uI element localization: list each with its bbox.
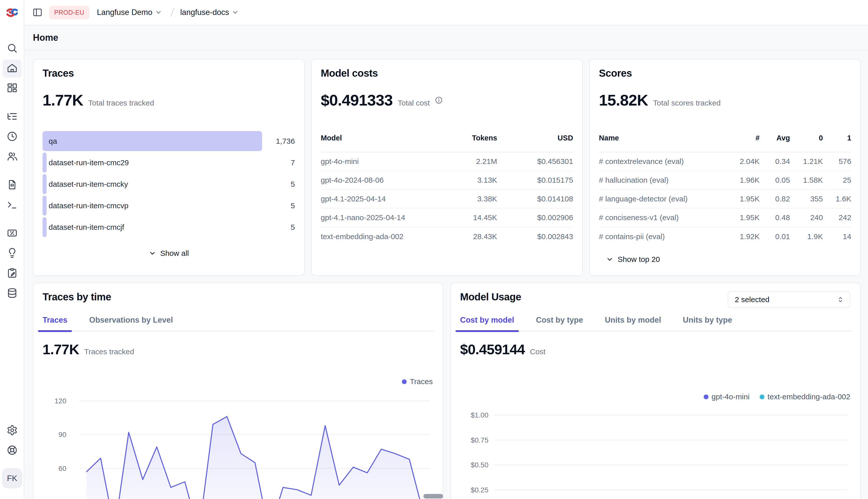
project-switcher[interactable]: langfuse-docs — [180, 8, 239, 17]
bar-value: 1,736 — [262, 137, 295, 146]
scores-total-caption: Total scores tracked — [653, 99, 721, 107]
sidebar-item-evaluation[interactable] — [2, 224, 22, 243]
scores-table: Name # Avg 0 1 # contextrelevance (eval)… — [599, 134, 851, 246]
traces-total-caption: Total traces tracked — [88, 99, 154, 107]
chevron-down-icon — [232, 9, 239, 16]
tab-traces[interactable]: Traces — [43, 316, 67, 331]
chevron-down-icon — [155, 9, 162, 16]
sidebar-nav — [0, 39, 24, 304]
settings-button[interactable] — [2, 422, 22, 440]
main-content: Traces 1.77K Total traces tracked qa 1,7… — [24, 51, 868, 499]
sidebar-item-prompts[interactable] — [2, 176, 22, 194]
chevron-down-icon — [148, 250, 156, 257]
table-row: # contains-pii (eval)1.92K0.011.9K14 — [599, 227, 851, 246]
table-row: # language-detector (eval)1.95K0.823551.… — [599, 190, 851, 208]
support-lifebuoy-icon — [7, 445, 18, 457]
tab-observations-by-level[interactable]: Observations by Level — [89, 316, 173, 331]
legend-dot-traces — [402, 379, 407, 384]
model-costs-card-title: Model costs — [321, 67, 573, 79]
traces-by-time-chart-svg: 120906030 — [43, 390, 435, 499]
sidebar-toggle-button[interactable] — [33, 7, 43, 17]
prompts-file-icon — [7, 179, 18, 191]
playground-terminal-icon — [7, 199, 18, 211]
trace-bar-row: qa 1,736 — [43, 130, 295, 152]
org-name: Langfuse Demo — [97, 8, 152, 17]
bar-value: 7 — [262, 158, 295, 167]
page-title: Home — [33, 33, 58, 43]
scores-total: 15.82K — [599, 90, 648, 110]
show-top-20-button[interactable]: Show top 20 — [599, 255, 851, 264]
sidebar-item-search[interactable] — [2, 39, 22, 58]
project-name: langfuse-docs — [180, 8, 229, 17]
trace-bar-row: dataset-run-item-cmcvp 5 — [43, 195, 295, 216]
table-row: gpt-4.1-2025-04-143.38K$0.014108 — [321, 190, 573, 208]
settings-gear-icon — [7, 425, 18, 437]
table-row: gpt-4.1-nano-2025-04-1414.45K$0.002906 — [321, 208, 573, 227]
svg-text:$0.25: $0.25 — [471, 486, 488, 494]
sidebar-item-playground[interactable] — [2, 196, 22, 214]
sidebar-item-users[interactable] — [2, 148, 22, 166]
panel-left-icon — [33, 7, 43, 17]
show-all-button[interactable]: Show all — [43, 249, 295, 258]
table-row: # contextrelevance (eval)2.04K0.341.21K5… — [599, 152, 851, 171]
traces-card: Traces 1.77K Total traces tracked qa 1,7… — [33, 59, 305, 276]
chevron-down-icon — [606, 256, 614, 263]
table-row: text-embedding-ada-00228.43K$0.002843 — [321, 227, 573, 246]
chevrons-up-down-icon — [836, 296, 844, 303]
sidebar-item-home[interactable] — [2, 60, 22, 78]
trace-bar-row: dataset-run-item-cmcjf 5 — [43, 216, 295, 238]
bar-label: dataset-run-item-cmc29 — [49, 158, 129, 167]
model-select-dropdown[interactable]: 2 selected — [728, 291, 850, 308]
tab-units-by-type[interactable]: Units by type — [683, 316, 732, 331]
sidebar: FK — [0, 0, 24, 499]
svg-text:$0.75: $0.75 — [471, 436, 488, 444]
sidebar-item-insights[interactable] — [2, 244, 22, 263]
table-header: Model Tokens USD — [321, 134, 573, 152]
home-icon — [7, 62, 18, 75]
info-icon[interactable] — [435, 96, 443, 104]
user-avatar[interactable]: FK — [2, 468, 22, 488]
model-costs-total: $0.491333 — [321, 90, 393, 110]
users-icon — [7, 151, 18, 163]
tab-units-by-model[interactable]: Units by model — [605, 316, 661, 331]
svg-text:60: 60 — [59, 465, 66, 472]
support-button[interactable] — [2, 441, 22, 460]
tab-cost-by-type[interactable]: Cost by type — [536, 316, 583, 331]
table-row: # hallucination (eval)1.96K0.051.58K25 — [599, 171, 851, 190]
sidebar-item-sessions[interactable] — [2, 128, 22, 146]
legend-item: Traces — [402, 377, 433, 386]
model-costs-table: Model Tokens USD gpt-4o-mini2.21M$0.4563… — [321, 134, 573, 246]
evals-percent-icon — [7, 228, 18, 240]
trace-bar-row: dataset-run-item-cmc29 7 — [43, 152, 295, 173]
bar-label: dataset-run-item-cmcky — [49, 180, 128, 188]
traces-card-title: Traces — [43, 67, 295, 79]
environment-badge[interactable]: PROD-EU — [49, 6, 90, 19]
table-row: gpt-4o-2024-08-063.13K$0.015175 — [321, 171, 573, 190]
traces-chart-legend: Traces — [402, 377, 433, 386]
table-row: # conciseness-v1 (eval)1.95K0.48240242 — [599, 208, 851, 227]
model-usage-cost-caption: Cost — [530, 348, 546, 356]
model-usage-tabs: Cost by model Cost by type Units by mode… — [460, 316, 851, 331]
langfuse-logo-icon[interactable] — [5, 5, 19, 20]
traces-bar-list: qa 1,736 dataset-run-item-cmc29 7 datase… — [43, 130, 295, 238]
sidebar-item-tracing[interactable] — [2, 108, 22, 126]
sidebar-item-datasets[interactable] — [2, 284, 22, 303]
page-header: Home — [24, 25, 868, 51]
tab-cost-by-model[interactable]: Cost by model — [460, 316, 514, 331]
dashboards-grid-icon — [7, 83, 18, 95]
bar-label: dataset-run-item-cmcvp — [49, 202, 128, 210]
model-usage-chart-svg: $1.00$0.75$0.50$0.25 — [460, 390, 852, 499]
bar-label: qa — [49, 137, 57, 146]
search-icon — [7, 42, 18, 54]
scores-card-title: Scores — [599, 67, 851, 79]
scores-card: Scores 15.82K Total scores tracked Name … — [589, 59, 861, 276]
org-switcher[interactable]: Langfuse Demo — [97, 8, 162, 17]
horizontal-scrollbar-thumb[interactable] — [423, 494, 443, 499]
svg-text:$0.50: $0.50 — [471, 461, 488, 469]
svg-text:90: 90 — [59, 431, 66, 439]
datasets-database-icon — [7, 288, 18, 300]
bar-label: dataset-run-item-cmcjf — [49, 223, 124, 232]
sidebar-item-annotation[interactable] — [2, 265, 22, 283]
sessions-clock-icon — [7, 131, 18, 143]
sidebar-item-dashboards[interactable] — [2, 80, 22, 98]
